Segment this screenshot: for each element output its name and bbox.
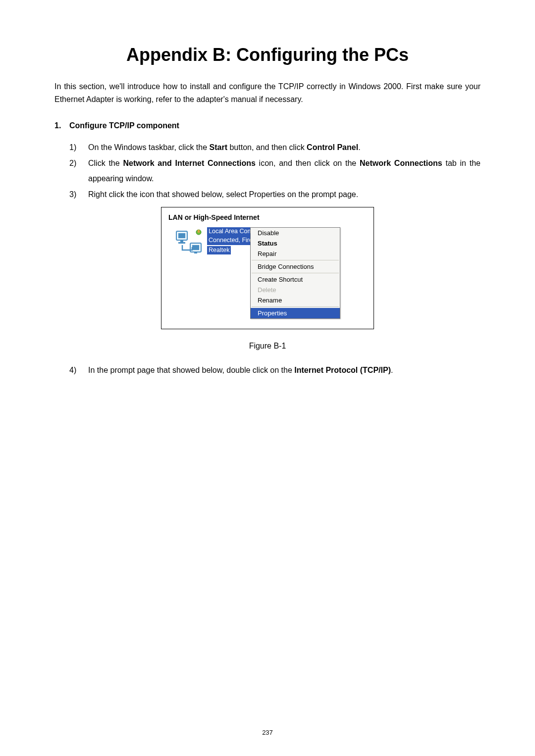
- svg-rect-2: [180, 240, 183, 242]
- context-menu-shortcut[interactable]: Create Shortcut: [251, 274, 340, 285]
- figure-container: LAN or High-Speed Internet: [54, 207, 481, 351]
- context-menu-properties[interactable]: Properties: [251, 308, 340, 318]
- context-menu-rename[interactable]: Rename: [251, 295, 340, 305]
- step-bold: Network and Internet Connections: [123, 159, 255, 167]
- section-heading: 1.Configure TCP/IP component: [54, 121, 481, 130]
- step-text: button, and then click: [227, 143, 307, 151]
- context-menu-delete: Delete: [251, 285, 340, 295]
- list-item: 2) Click the Network and Internet Connec…: [69, 156, 481, 186]
- svg-rect-8: [198, 230, 200, 233]
- step-text: Right click the icon that showed below, …: [88, 190, 358, 199]
- menu-separator: [252, 306, 339, 307]
- menu-separator: [252, 260, 339, 260]
- step-text: On the Windows taskbar, click the: [88, 143, 210, 151]
- document-page: Appendix B: Configuring the PCs In this …: [0, 0, 535, 378]
- svg-rect-1: [178, 233, 185, 238]
- panel-group-title: LAN or High-Speed Internet: [168, 213, 367, 221]
- network-connection-icon[interactable]: [175, 228, 205, 255]
- context-menu-bridge[interactable]: Bridge Connections: [251, 261, 340, 272]
- step-list: 1) On the Windows taskbar, click the Sta…: [54, 140, 481, 202]
- step-bold: Control Panel: [307, 143, 358, 151]
- step-text: .: [391, 366, 393, 374]
- connection-area: Local Area Connection Connected, Firewal…: [168, 227, 367, 319]
- svg-rect-3: [178, 242, 185, 244]
- svg-rect-5: [192, 245, 199, 250]
- step-number: 2): [69, 156, 76, 171]
- windows-panel: LAN or High-Speed Internet: [161, 207, 374, 329]
- section-number: 1.: [54, 121, 69, 130]
- menu-separator: [252, 273, 339, 273]
- intro-paragraph: In this section, we'll introduce how to …: [54, 80, 481, 106]
- step-bold: Internet Protocol (TCP/IP): [294, 366, 391, 374]
- context-menu-disable[interactable]: Disable: [251, 228, 340, 238]
- step-text: icon, and then click on the: [256, 159, 360, 167]
- list-item: 4) In the prompt page that showed below,…: [69, 363, 481, 378]
- list-item: 1) On the Windows taskbar, click the Sta…: [69, 140, 481, 155]
- step-text: In the prompt page that showed below, do…: [88, 366, 294, 374]
- list-item: 3) Right click the icon that showed belo…: [69, 187, 481, 202]
- step-bold: Network Connections: [360, 159, 442, 167]
- step-text: Click the: [88, 159, 123, 167]
- page-number: 237: [0, 729, 535, 736]
- figure-caption: Figure B-1: [54, 342, 481, 351]
- step-number: 4): [69, 363, 76, 378]
- context-menu-repair[interactable]: Repair: [251, 249, 340, 259]
- section-title: Configure TCP/IP component: [69, 121, 179, 130]
- svg-rect-6: [194, 252, 197, 253]
- step-bold: Start: [210, 143, 227, 151]
- step-list-continued: 4) In the prompt page that showed below,…: [54, 363, 481, 378]
- step-number: 1): [69, 140, 76, 155]
- context-menu-status[interactable]: Status: [251, 238, 340, 249]
- context-menu: Disable Status Repair Bridge Connections…: [250, 227, 340, 319]
- step-number: 3): [69, 187, 76, 202]
- step-text: .: [358, 143, 360, 151]
- connection-adapter-label: Realtek: [207, 246, 231, 255]
- page-title: Appendix B: Configuring the PCs: [54, 45, 481, 65]
